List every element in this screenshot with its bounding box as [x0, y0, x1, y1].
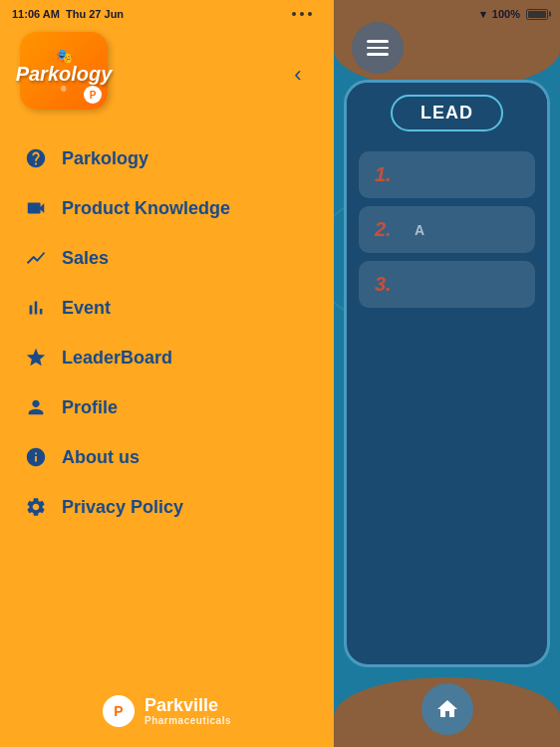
sidebar: 🎭 Parkology ® P ‹ Park — [0, 0, 334, 747]
profile-icon — [24, 395, 48, 419]
sidebar-item-sales[interactable]: Sales — [0, 233, 334, 283]
rank-item-2: 2. A — [359, 206, 535, 253]
parkology-nav-icon — [24, 146, 48, 170]
battery-fill — [528, 11, 546, 18]
rank-number-2: 2. — [375, 218, 403, 241]
rank-item-3: 3. — [359, 261, 535, 308]
sidebar-item-event[interactable]: Event — [0, 283, 334, 333]
sidebar-item-parkology[interactable]: Parkology — [0, 133, 334, 183]
status-indicators: ▾ 100% — [480, 8, 548, 21]
home-button[interactable] — [421, 683, 473, 735]
hamburger-menu-button[interactable] — [352, 22, 404, 74]
dot1 — [292, 12, 296, 16]
sidebar-item-profile[interactable]: Profile — [0, 382, 334, 432]
hamburger-line-2 — [367, 47, 389, 50]
chart-line-icon — [24, 246, 48, 270]
chevron-left-icon: ‹ — [294, 62, 301, 88]
right-panel: LEAD 1. 2. A 3. — [334, 0, 560, 747]
footer-brand: Parkville Pharmaceuticals — [144, 696, 231, 727]
status-dots — [292, 12, 312, 16]
sidebar-footer: P Parkville Pharmaceuticals — [0, 679, 334, 747]
logo-crown-icon: 🎭 — [56, 48, 73, 64]
app-container: 11:06 AM Thu 27 Jun ▾ 100% 🎭 Parkol — [0, 0, 560, 747]
battery-percent: 100% — [492, 8, 520, 20]
dot3 — [308, 12, 312, 16]
star-icon — [24, 346, 48, 370]
profile-nav-label: Profile — [62, 397, 118, 418]
dot2 — [300, 12, 304, 16]
user-icon — [25, 396, 47, 418]
bar-chart-icon — [25, 297, 47, 319]
footer-brand-sub-text: Pharmaceuticals — [144, 715, 231, 726]
logo-tagline: ® — [61, 85, 67, 94]
footer-brand-main-text: Parkville — [144, 696, 231, 716]
wifi-icon: ▾ — [480, 8, 486, 21]
battery-icon — [526, 9, 548, 20]
event-nav-label: Event — [62, 298, 111, 319]
rank-number-1: 1. — [375, 163, 403, 186]
about-nav-label: About us — [62, 447, 140, 468]
rank-name-2: A — [415, 222, 424, 238]
sidebar-item-privacy-policy[interactable]: Privacy Policy — [0, 482, 334, 532]
logo-brand-name: Parkology — [16, 64, 113, 84]
hamburger-line-3 — [367, 53, 389, 56]
footer-logo-icon: P — [103, 695, 135, 727]
video-camera-icon — [25, 197, 47, 219]
sales-nav-label: Sales — [62, 248, 109, 269]
event-icon — [24, 296, 48, 320]
sales-chart-icon — [25, 247, 47, 269]
parkology-nav-label: Parkology — [62, 148, 148, 169]
leaderboard-star-icon — [25, 347, 47, 369]
info-circle-icon — [25, 446, 47, 468]
sidebar-item-about-us[interactable]: About us — [0, 432, 334, 482]
home-icon — [435, 697, 459, 721]
video-icon — [24, 196, 48, 220]
nav-menu: Parkology Product Knowledge Sales — [0, 125, 334, 679]
about-icon — [24, 445, 48, 469]
logo-icon-row: 🎭 — [56, 48, 73, 64]
leaderboard-card: LEAD 1. 2. A 3. — [344, 80, 550, 667]
app-logo: 🎭 Parkology ® P — [20, 32, 108, 110]
back-button[interactable]: ‹ — [282, 59, 314, 91]
leaderboard-title: LEAD — [391, 95, 503, 131]
status-bar: 11:06 AM Thu 27 Jun ▾ 100% — [0, 0, 560, 28]
privacy-policy-nav-label: Privacy Policy — [62, 497, 183, 518]
leaderboard-nav-label: LeaderBoard — [62, 348, 172, 369]
gear-icon — [24, 495, 48, 519]
logo-badge: P — [84, 86, 102, 104]
sidebar-item-product-knowledge[interactable]: Product Knowledge — [0, 183, 334, 233]
settings-icon — [25, 496, 47, 518]
hamburger-line-1 — [367, 40, 389, 43]
leaderboard-list: 1. 2. A 3. — [347, 139, 547, 320]
circle-question-icon — [25, 147, 47, 169]
rank-number-3: 3. — [375, 273, 403, 296]
rank-item-1: 1. — [359, 151, 535, 198]
leaderboard-header: LEAD — [347, 83, 547, 139]
product-knowledge-nav-label: Product Knowledge — [62, 198, 230, 219]
sidebar-item-leaderboard[interactable]: LeaderBoard — [0, 333, 334, 382]
status-time: 11:06 AM Thu 27 Jun — [12, 8, 124, 20]
